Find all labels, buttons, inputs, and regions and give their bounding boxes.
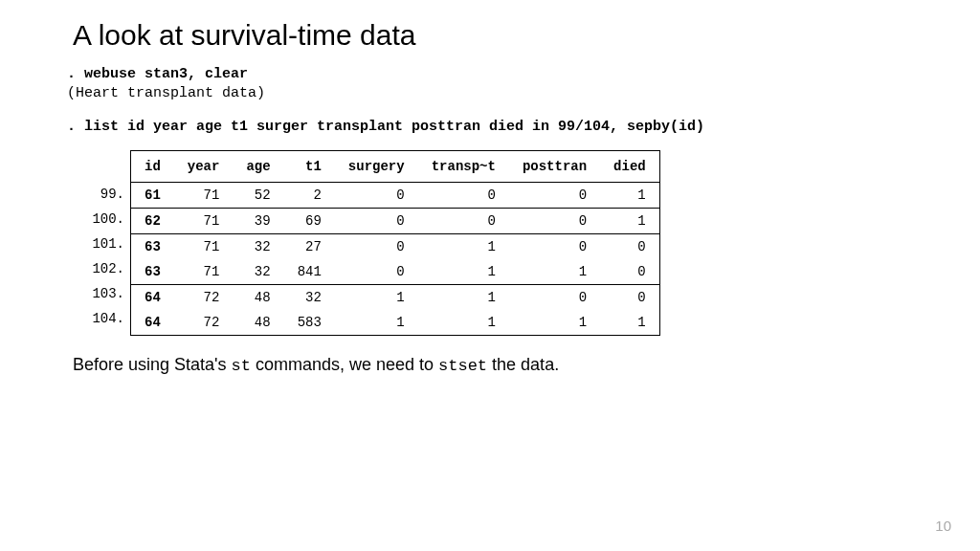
row-number: 99. — [67, 182, 124, 207]
column-header: id — [131, 150, 174, 182]
table-row: 627139690001 — [131, 208, 660, 233]
table-row: 637132270100 — [131, 233, 660, 259]
table-row: 61715220001 — [131, 182, 660, 208]
column-header: t1 — [284, 150, 335, 182]
table-row: 647248321100 — [131, 284, 660, 310]
cmd-line-1: . webuse stan3, clear — [67, 65, 913, 84]
slide-title: A look at survival-time data — [73, 19, 913, 52]
row-number: 102. — [67, 256, 124, 281]
row-number: 101. — [67, 231, 124, 256]
row-number: 100. — [67, 207, 124, 231]
stata-commands: . webuse stan3, clear (Heart transplant … — [67, 65, 913, 137]
cmd-line-2: . list id year age t1 surger transplant … — [67, 118, 913, 137]
table-row: 6371328410110 — [131, 259, 660, 285]
table-row: 6472485831111 — [131, 310, 660, 336]
column-header: age — [233, 150, 283, 182]
column-header: surgery — [335, 150, 418, 182]
row-number: 104. — [67, 306, 124, 331]
row-number: 103. — [67, 281, 124, 306]
column-header: posttran — [509, 150, 600, 182]
page-number: 10 — [935, 518, 951, 534]
cmd-output-1: (Heart transplant data) — [67, 84, 913, 103]
column-header: year — [174, 150, 234, 182]
column-header: died — [600, 150, 659, 182]
footnote-text: Before using Stata's st commands, we nee… — [73, 355, 913, 375]
stata-listing: 99.100.101.102.103.104. idyearaget1surge… — [67, 150, 913, 336]
data-table: idyearaget1surgerytransp~tposttrandied 6… — [130, 150, 660, 336]
column-header: transp~t — [418, 150, 509, 182]
